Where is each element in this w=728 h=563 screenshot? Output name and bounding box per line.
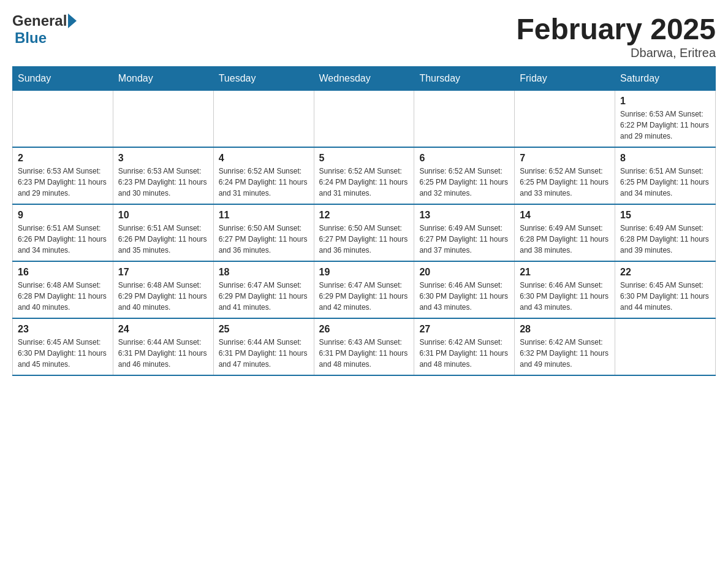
day-info: Sunrise: 6:51 AM Sunset: 6:26 PM Dayligh… — [18, 223, 108, 256]
day-info: Sunrise: 6:48 AM Sunset: 6:29 PM Dayligh… — [118, 280, 208, 313]
day-number: 19 — [319, 267, 409, 278]
day-info: Sunrise: 6:53 AM Sunset: 6:23 PM Dayligh… — [118, 166, 208, 199]
day-info: Sunrise: 6:45 AM Sunset: 6:30 PM Dayligh… — [620, 280, 710, 313]
day-number: 22 — [620, 267, 710, 278]
calendar-cell: 13Sunrise: 6:49 AM Sunset: 6:27 PM Dayli… — [414, 204, 515, 261]
day-number: 23 — [18, 324, 108, 335]
day-info: Sunrise: 6:52 AM Sunset: 6:25 PM Dayligh… — [520, 166, 610, 199]
day-info: Sunrise: 6:43 AM Sunset: 6:31 PM Dayligh… — [319, 337, 409, 370]
calendar-week-3: 9Sunrise: 6:51 AM Sunset: 6:26 PM Daylig… — [13, 204, 716, 261]
day-number: 8 — [620, 153, 710, 164]
day-number: 3 — [118, 153, 208, 164]
calendar-cell: 14Sunrise: 6:49 AM Sunset: 6:28 PM Dayli… — [515, 204, 615, 261]
day-info: Sunrise: 6:46 AM Sunset: 6:30 PM Dayligh… — [419, 280, 509, 313]
day-number: 15 — [620, 210, 710, 221]
day-number: 4 — [219, 153, 309, 164]
calendar-cell: 19Sunrise: 6:47 AM Sunset: 6:29 PM Dayli… — [314, 261, 414, 318]
day-info: Sunrise: 6:51 AM Sunset: 6:25 PM Dayligh… — [620, 166, 710, 199]
calendar-table: SundayMondayTuesdayWednesdayThursdayFrid… — [12, 66, 716, 376]
calendar-week-4: 16Sunrise: 6:48 AM Sunset: 6:28 PM Dayli… — [13, 261, 716, 318]
calendar-cell: 21Sunrise: 6:46 AM Sunset: 6:30 PM Dayli… — [515, 261, 615, 318]
calendar-cell: 8Sunrise: 6:51 AM Sunset: 6:25 PM Daylig… — [615, 147, 716, 204]
day-number: 17 — [118, 267, 208, 278]
day-number: 2 — [18, 153, 108, 164]
calendar-cell: 2Sunrise: 6:53 AM Sunset: 6:23 PM Daylig… — [13, 147, 113, 204]
month-title: February 2025 — [516, 12, 716, 46]
calendar-cell — [515, 91, 615, 148]
calendar-cell: 7Sunrise: 6:52 AM Sunset: 6:25 PM Daylig… — [515, 147, 615, 204]
calendar-body: 1Sunrise: 6:53 AM Sunset: 6:22 PM Daylig… — [13, 91, 716, 376]
day-number: 9 — [18, 210, 108, 221]
calendar-cell: 23Sunrise: 6:45 AM Sunset: 6:30 PM Dayli… — [13, 318, 113, 375]
day-info: Sunrise: 6:42 AM Sunset: 6:31 PM Dayligh… — [419, 337, 509, 370]
day-number: 25 — [219, 324, 309, 335]
day-number: 28 — [520, 324, 610, 335]
day-header-friday: Friday — [515, 67, 615, 91]
calendar-cell: 9Sunrise: 6:51 AM Sunset: 6:26 PM Daylig… — [13, 204, 113, 261]
calendar-cell: 1Sunrise: 6:53 AM Sunset: 6:22 PM Daylig… — [615, 91, 716, 148]
calendar-cell — [414, 91, 515, 148]
calendar-cell: 3Sunrise: 6:53 AM Sunset: 6:23 PM Daylig… — [113, 147, 213, 204]
day-info: Sunrise: 6:47 AM Sunset: 6:29 PM Dayligh… — [219, 280, 309, 313]
location-text: Dbarwa, Eritrea — [516, 46, 716, 60]
day-info: Sunrise: 6:52 AM Sunset: 6:24 PM Dayligh… — [219, 166, 309, 199]
day-info: Sunrise: 6:42 AM Sunset: 6:32 PM Dayligh… — [520, 337, 610, 370]
day-info: Sunrise: 6:48 AM Sunset: 6:28 PM Dayligh… — [18, 280, 108, 313]
day-info: Sunrise: 6:49 AM Sunset: 6:28 PM Dayligh… — [620, 223, 710, 256]
day-number: 16 — [18, 267, 108, 278]
day-number: 1 — [620, 96, 710, 107]
day-number: 20 — [419, 267, 509, 278]
logo-blue-text: Blue — [15, 29, 47, 46]
calendar-cell: 6Sunrise: 6:52 AM Sunset: 6:25 PM Daylig… — [414, 147, 515, 204]
calendar-week-2: 2Sunrise: 6:53 AM Sunset: 6:23 PM Daylig… — [13, 147, 716, 204]
day-info: Sunrise: 6:50 AM Sunset: 6:27 PM Dayligh… — [219, 223, 309, 256]
calendar-cell: 15Sunrise: 6:49 AM Sunset: 6:28 PM Dayli… — [615, 204, 716, 261]
calendar-cell: 28Sunrise: 6:42 AM Sunset: 6:32 PM Dayli… — [515, 318, 615, 375]
calendar-cell: 18Sunrise: 6:47 AM Sunset: 6:29 PM Dayli… — [213, 261, 314, 318]
day-number: 13 — [419, 210, 509, 221]
title-section: February 2025 Dbarwa, Eritrea — [516, 12, 716, 60]
calendar-cell — [213, 91, 314, 148]
calendar-week-5: 23Sunrise: 6:45 AM Sunset: 6:30 PM Dayli… — [13, 318, 716, 375]
day-number: 26 — [319, 324, 409, 335]
day-header-wednesday: Wednesday — [314, 67, 414, 91]
day-header-monday: Monday — [113, 67, 213, 91]
day-number: 14 — [520, 210, 610, 221]
day-number: 7 — [520, 153, 610, 164]
day-header-sunday: Sunday — [13, 67, 113, 91]
calendar-cell: 16Sunrise: 6:48 AM Sunset: 6:28 PM Dayli… — [13, 261, 113, 318]
day-info: Sunrise: 6:49 AM Sunset: 6:27 PM Dayligh… — [419, 223, 509, 256]
calendar-cell: 25Sunrise: 6:44 AM Sunset: 6:31 PM Dayli… — [213, 318, 314, 375]
calendar-cell: 5Sunrise: 6:52 AM Sunset: 6:24 PM Daylig… — [314, 147, 414, 204]
calendar-cell — [615, 318, 716, 375]
calendar-cell — [314, 91, 414, 148]
logo: General Blue — [12, 12, 77, 47]
day-info: Sunrise: 6:53 AM Sunset: 6:23 PM Dayligh… — [18, 166, 108, 199]
day-info: Sunrise: 6:53 AM Sunset: 6:22 PM Dayligh… — [620, 109, 710, 142]
page-header: General Blue February 2025 Dbarwa, Eritr… — [12, 12, 716, 60]
day-info: Sunrise: 6:47 AM Sunset: 6:29 PM Dayligh… — [319, 280, 409, 313]
calendar-cell: 10Sunrise: 6:51 AM Sunset: 6:26 PM Dayli… — [113, 204, 213, 261]
day-number: 10 — [118, 210, 208, 221]
day-number: 27 — [419, 324, 509, 335]
calendar-cell: 17Sunrise: 6:48 AM Sunset: 6:29 PM Dayli… — [113, 261, 213, 318]
calendar-cell: 22Sunrise: 6:45 AM Sunset: 6:30 PM Dayli… — [615, 261, 716, 318]
day-info: Sunrise: 6:52 AM Sunset: 6:25 PM Dayligh… — [419, 166, 509, 199]
day-number: 12 — [319, 210, 409, 221]
calendar-cell: 4Sunrise: 6:52 AM Sunset: 6:24 PM Daylig… — [213, 147, 314, 204]
day-header-tuesday: Tuesday — [213, 67, 314, 91]
calendar-cell: 12Sunrise: 6:50 AM Sunset: 6:27 PM Dayli… — [314, 204, 414, 261]
day-info: Sunrise: 6:44 AM Sunset: 6:31 PM Dayligh… — [219, 337, 309, 370]
day-number: 21 — [520, 267, 610, 278]
logo-arrow-icon — [68, 13, 77, 28]
calendar-header: SundayMondayTuesdayWednesdayThursdayFrid… — [13, 67, 716, 91]
calendar-cell: 11Sunrise: 6:50 AM Sunset: 6:27 PM Dayli… — [213, 204, 314, 261]
day-info: Sunrise: 6:50 AM Sunset: 6:27 PM Dayligh… — [319, 223, 409, 256]
day-header-thursday: Thursday — [414, 67, 515, 91]
calendar-cell — [113, 91, 213, 148]
day-number: 6 — [419, 153, 509, 164]
day-number: 24 — [118, 324, 208, 335]
day-number: 11 — [219, 210, 309, 221]
day-number: 18 — [219, 267, 309, 278]
day-number: 5 — [319, 153, 409, 164]
